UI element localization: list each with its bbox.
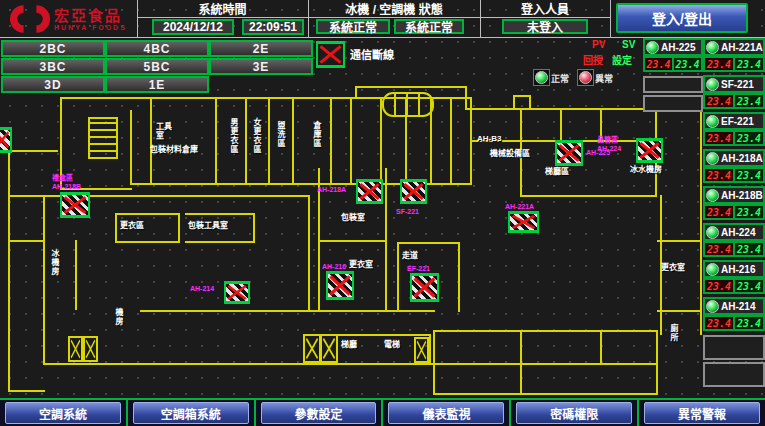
room-label: 包裝材料倉庫 (150, 145, 198, 154)
nav-cell: 參數設定 (256, 400, 384, 426)
red-x-icon (638, 141, 661, 160)
abnormal-led-icon (577, 69, 594, 86)
equipment-area-label: 品管區 (597, 135, 618, 144)
wall-segment (560, 108, 562, 142)
login-user-label: 登入人員 (480, 3, 610, 17)
room-label: 工具室 (156, 122, 178, 140)
unit-name-cell[interactable]: AH-214 (703, 297, 765, 315)
room-label: 更衣室 (661, 263, 685, 272)
room-label: 盥洗區 (276, 121, 285, 148)
stair-x-icon (414, 337, 429, 363)
unit-pv-value: 23.4 (705, 243, 733, 255)
stair-x-icon (68, 336, 83, 362)
wall-segment (318, 310, 387, 312)
comm-loss-marker[interactable] (224, 281, 250, 304)
floor-button-3e[interactable]: 3E (209, 58, 313, 75)
system-time-label: 系統時間 (137, 3, 308, 17)
wall-segment (656, 330, 658, 395)
floor-button-4bc[interactable]: 4BC (105, 40, 209, 57)
room-label: 走道 (402, 251, 418, 260)
room-label: 梯廳 (341, 340, 357, 349)
login-logout-button[interactable]: 登入/登出 (616, 3, 748, 33)
wall-segment (308, 197, 310, 312)
unit-name: AH-218B (721, 190, 763, 201)
wall-segment (450, 99, 452, 185)
nav-parameter-settings-button[interactable]: 參數設定 (261, 402, 377, 424)
unit-name-cell[interactable]: EF-221 (703, 112, 765, 130)
unit-name-cell[interactable]: AH-224 (703, 223, 765, 241)
wall-segment (150, 99, 152, 185)
status-led-icon (706, 152, 719, 165)
red-x-icon (226, 284, 248, 301)
wall-segment (130, 110, 132, 185)
nav-cell: 密碼權限 (511, 400, 639, 426)
stair-x-icon (83, 336, 98, 362)
floor-button-1e[interactable]: 1E (105, 76, 209, 93)
unit-sv-value: 23.4 (733, 243, 763, 255)
wall-segment (8, 150, 58, 152)
comm-loss-marker[interactable] (555, 140, 583, 166)
room-label: 機房 (114, 308, 123, 326)
nav-ac-system-button[interactable]: 空調系統 (5, 402, 121, 424)
unit-values-cell: 23.423.4 (703, 241, 765, 257)
unit-name-cell[interactable]: AH-221A (703, 38, 765, 56)
comm-loss-marker[interactable] (508, 211, 539, 233)
logo-icon (10, 4, 50, 34)
unit-values-cell: 23.423.4 (703, 93, 765, 109)
comm-loss-marker[interactable] (400, 179, 427, 204)
unit-values-cell: 23.423.4 (703, 315, 765, 331)
unit-name-cell[interactable]: AH-225 (643, 38, 703, 56)
nav-cell: 異常警報 (639, 400, 765, 426)
unit-name-cell[interactable]: AH-216 (703, 260, 765, 278)
wall-segment (43, 363, 435, 365)
comm-loss-marker[interactable] (60, 192, 90, 218)
comm-loss-marker[interactable] (410, 273, 439, 302)
status-led-icon (646, 41, 659, 54)
equipment-label: AH-216 (322, 262, 346, 271)
unit-name-cell[interactable]: AH-218B (703, 186, 765, 204)
wall-segment (8, 195, 310, 197)
nav-ahu-system-button[interactable]: 空調箱系統 (133, 402, 249, 424)
room-label: 更衣區 (120, 221, 144, 230)
ahu-status-value: 系統正常 (394, 19, 464, 34)
header-divider (610, 0, 611, 37)
floor-button-3d[interactable]: 3D (1, 76, 105, 93)
floor-button-5bc[interactable]: 5BC (105, 58, 209, 75)
unit-name-cell[interactable]: AH-218A (703, 149, 765, 167)
sv-legend-label: SV (622, 39, 635, 50)
logo-subtitle: HUNYA FOODS (54, 24, 127, 31)
room-label: 男更衣區 (229, 118, 238, 154)
wall-segment (397, 244, 399, 312)
comm-loss-marker[interactable] (326, 271, 354, 300)
unit-pv-value: 23.4 (705, 132, 733, 144)
logo-title: 宏亞食品 (54, 8, 127, 24)
unit-name: AH-221A (721, 42, 763, 53)
empty-slot (703, 362, 765, 387)
floor-button-2e[interactable]: 2E (209, 40, 313, 57)
unit-values-cell: 23.423.4 (643, 56, 703, 72)
hvac-status-label: 冰機 / 空調機 狀態 (308, 3, 480, 17)
header-rule (137, 17, 308, 18)
red-x-icon (402, 182, 425, 201)
wall-segment (60, 97, 472, 99)
comm-loss-marker[interactable] (356, 179, 383, 204)
unit-sv-value: 23.4 (733, 317, 763, 329)
unit-values-cell: 23.423.4 (703, 278, 765, 294)
unit-pv-value: 23.4 (705, 169, 733, 181)
nav-password-permission-button[interactable]: 密碼權限 (516, 402, 632, 424)
nav-alarm-button[interactable]: 異常警報 (644, 402, 760, 424)
red-x-icon (412, 276, 437, 299)
comm-loss-marker[interactable] (0, 127, 12, 153)
room-label: 機械設備區 (490, 149, 530, 158)
floor-button-2bc[interactable]: 2BC (1, 40, 105, 57)
status-led-icon (706, 115, 719, 128)
wall-segment (350, 99, 352, 185)
wall-segment (8, 240, 45, 242)
unit-name-cell[interactable]: SF-221 (703, 75, 765, 93)
empty-slot (643, 76, 703, 93)
unit-name: AH-216 (721, 264, 755, 275)
comm-loss-marker[interactable] (636, 138, 663, 163)
floor-button-3bc[interactable]: 3BC (1, 58, 105, 75)
nav-meter-monitor-button[interactable]: 儀表監視 (388, 402, 504, 424)
wall-segment (657, 240, 700, 242)
